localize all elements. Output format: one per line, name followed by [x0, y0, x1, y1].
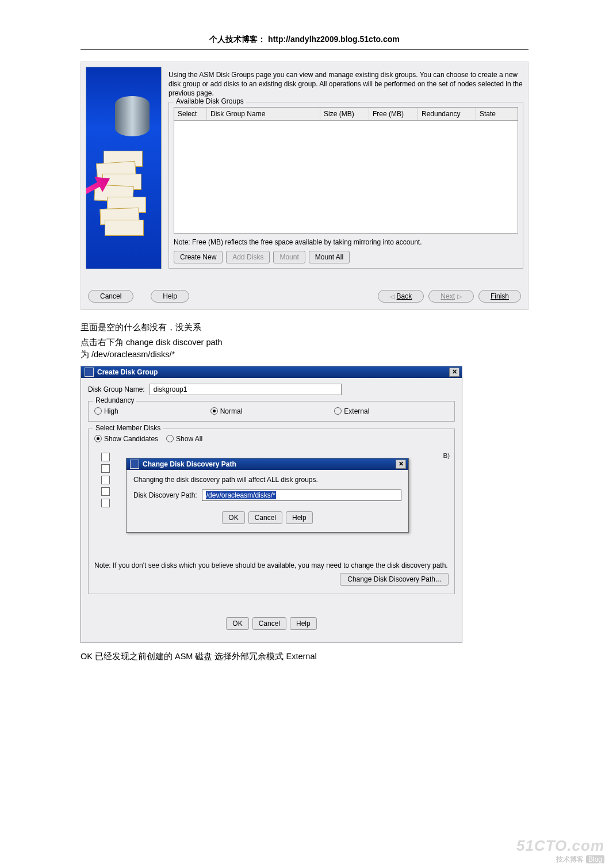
- col-redundancy[interactable]: Redundancy: [418, 108, 476, 120]
- select-member-disks-fieldset: Select Member Disks Show Candidates Show…: [88, 429, 455, 594]
- disk-checkbox[interactable]: [101, 487, 110, 496]
- disk-checkbox[interactable]: [101, 453, 110, 461]
- chevron-right-icon: ▷: [457, 293, 462, 300]
- create-new-button[interactable]: Create New: [174, 251, 223, 263]
- body-text-1: 里面是空的什么都没有，没关系: [81, 320, 528, 335]
- col-state[interactable]: State: [476, 108, 518, 120]
- dialog-titlebar: Create Disk Group ✕: [81, 366, 462, 378]
- wizard-intro-text: Using the ASM Disk Groups page you can v…: [168, 70, 523, 98]
- asm-wizard-screenshot: Using the ASM Disk Groups page you can v…: [81, 62, 528, 310]
- window-icon: [130, 460, 139, 469]
- disk-checkbox[interactable]: [101, 499, 110, 507]
- redundancy-title: Redundancy: [93, 396, 136, 404]
- help-button[interactable]: Help: [290, 617, 317, 630]
- create-disk-group-dialog: Create Disk Group ✕ Disk Group Name: dis…: [81, 366, 462, 643]
- cancel-button[interactable]: Cancel: [252, 617, 286, 630]
- page-header: 个人技术博客： http://andylhz2009.blog.51cto.co…: [81, 35, 528, 50]
- member-title: Select Member Disks: [93, 424, 163, 432]
- close-icon[interactable]: ✕: [449, 368, 459, 377]
- back-button[interactable]: ◁ Back: [378, 290, 424, 303]
- col-free[interactable]: Free (MB): [369, 108, 418, 120]
- radio-show-candidates[interactable]: Show Candidates: [94, 435, 158, 443]
- mount-all-button[interactable]: Mount All: [309, 251, 350, 263]
- body-text-3: 为 /dev/oracleasm/disks/*: [81, 349, 528, 360]
- radio-normal[interactable]: Normal: [210, 407, 243, 415]
- redundancy-fieldset: Redundancy High Normal External: [88, 401, 455, 422]
- cancel-button[interactable]: Cancel: [88, 290, 133, 303]
- modal-titlebar: Change Disk Discovery Path ✕: [127, 458, 408, 470]
- discovery-note: Note: If you don't see disks which you b…: [94, 561, 449, 569]
- col-size[interactable]: Size (MB): [320, 108, 369, 120]
- modal-warning: Changing the disk discovery path will af…: [133, 476, 401, 484]
- ok-button[interactable]: OK: [226, 617, 248, 630]
- disk-group-name-label: Disk Group Name:: [88, 385, 145, 393]
- change-disk-discovery-path-button[interactable]: Change Disk Discovery Path...: [340, 573, 449, 586]
- radio-external[interactable]: External: [334, 407, 369, 415]
- radio-high[interactable]: High: [94, 407, 118, 415]
- chevron-left-icon: ◁: [390, 293, 394, 300]
- disk-checkbox[interactable]: [101, 476, 110, 484]
- disk-checkbox[interactable]: [101, 464, 110, 473]
- disk-groups-table: Select Disk Group Name Size (MB) Free (M…: [174, 107, 518, 234]
- window-icon: [85, 368, 94, 377]
- finish-button[interactable]: Finish: [478, 290, 521, 303]
- mount-button[interactable]: Mount: [273, 251, 305, 263]
- modal-help-button[interactable]: Help: [286, 511, 313, 524]
- disk-group-name-input[interactable]: diskgroup1: [150, 384, 342, 395]
- disk-discovery-path-label: Disk Discovery Path:: [133, 491, 197, 499]
- body-text-2: 点击右下角 change disk discover path: [81, 337, 528, 348]
- wizard-side-art: [86, 67, 162, 269]
- size-col-fragment: B): [443, 452, 450, 459]
- radio-show-all[interactable]: Show All: [166, 435, 202, 443]
- add-disks-button[interactable]: Add Disks: [226, 251, 270, 263]
- help-button[interactable]: Help: [151, 290, 189, 303]
- disk-discovery-path-input[interactable]: /dev/oracleasm/disks/*: [202, 490, 401, 501]
- close-icon[interactable]: ✕: [396, 460, 406, 469]
- groupbox-title: Available Disk Groups: [174, 97, 246, 105]
- modal-title: Change Disk Discovery Path: [143, 460, 236, 468]
- col-disk-group-name[interactable]: Disk Group Name: [207, 108, 320, 120]
- change-disk-discovery-path-dialog: Change Disk Discovery Path ✕ Changing th…: [126, 458, 409, 533]
- body-text-4: OK 已经发现之前创建的 ASM 磁盘 选择外部冗余模式 External: [81, 651, 528, 662]
- next-button[interactable]: Next ▷: [428, 290, 474, 303]
- col-select[interactable]: Select: [174, 108, 207, 120]
- modal-ok-button[interactable]: OK: [222, 511, 244, 524]
- available-disk-groups-box: Available Disk Groups Select Disk Group …: [168, 102, 523, 269]
- dialog-title: Create Disk Group: [97, 368, 158, 376]
- modal-cancel-button[interactable]: Cancel: [248, 511, 282, 524]
- free-mb-note: Note: Free (MB) reflects the free space …: [174, 238, 518, 246]
